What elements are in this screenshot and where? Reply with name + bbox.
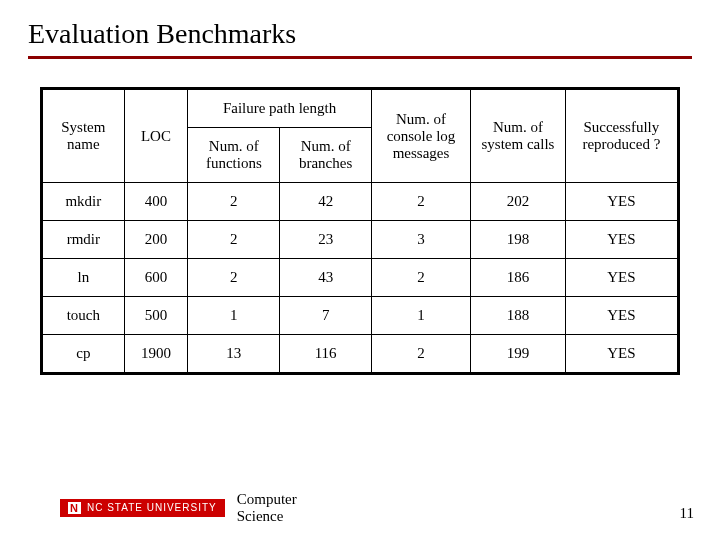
- page-title: Evaluation Benchmarks: [28, 18, 692, 50]
- title-rule: [28, 56, 692, 59]
- cell-repro: YES: [565, 221, 678, 259]
- benchmarks-table: System name LOC Failure path length Num.…: [40, 87, 680, 375]
- col-num-console: Num. of console log messages: [371, 89, 470, 183]
- cell-name: touch: [42, 297, 125, 335]
- footer: N NC STATE UNIVERSITY Computer Science: [60, 491, 297, 524]
- cell-repro: YES: [565, 183, 678, 221]
- cell-name: rmdir: [42, 221, 125, 259]
- cell-nfunc: 2: [188, 183, 280, 221]
- page-number: 11: [680, 505, 694, 522]
- cell-nsyscall: 202: [471, 183, 566, 221]
- cell-nfunc: 1: [188, 297, 280, 335]
- cell-nsyscall: 199: [471, 335, 566, 374]
- cell-nsyscall: 186: [471, 259, 566, 297]
- cell-nconsole: 2: [371, 183, 470, 221]
- ncstate-logo-text: NC STATE UNIVERSITY: [87, 502, 217, 513]
- table-row: mkdir4002422202YES: [42, 183, 679, 221]
- cell-name: ln: [42, 259, 125, 297]
- col-loc: LOC: [124, 89, 188, 183]
- cell-nbranch: 23: [280, 221, 371, 259]
- cell-loc: 200: [124, 221, 188, 259]
- cell-nbranch: 7: [280, 297, 371, 335]
- cell-nfunc: 2: [188, 259, 280, 297]
- department-line1: Computer: [237, 491, 297, 508]
- department-label: Computer Science: [237, 491, 297, 524]
- cell-loc: 600: [124, 259, 188, 297]
- cell-name: cp: [42, 335, 125, 374]
- cell-nbranch: 116: [280, 335, 371, 374]
- cell-repro: YES: [565, 335, 678, 374]
- table-row: cp1900131162199YES: [42, 335, 679, 374]
- cell-nconsole: 3: [371, 221, 470, 259]
- ncstate-logo: N NC STATE UNIVERSITY: [60, 499, 225, 517]
- cell-nsyscall: 188: [471, 297, 566, 335]
- cell-loc: 400: [124, 183, 188, 221]
- table-row: rmdir2002233198YES: [42, 221, 679, 259]
- table-row: touch500171188YES: [42, 297, 679, 335]
- cell-nfunc: 2: [188, 221, 280, 259]
- cell-repro: YES: [565, 259, 678, 297]
- cell-nbranch: 42: [280, 183, 371, 221]
- cell-loc: 1900: [124, 335, 188, 374]
- cell-nconsole: 2: [371, 259, 470, 297]
- cell-nconsole: 2: [371, 335, 470, 374]
- col-reproduced: Successfully reproduced ?: [565, 89, 678, 183]
- cell-nsyscall: 198: [471, 221, 566, 259]
- ncstate-logo-mark: N: [68, 502, 81, 514]
- col-failure-path-length: Failure path length: [188, 89, 372, 128]
- cell-name: mkdir: [42, 183, 125, 221]
- cell-repro: YES: [565, 297, 678, 335]
- col-num-functions: Num. of functions: [188, 128, 280, 183]
- cell-nbranch: 43: [280, 259, 371, 297]
- cell-nconsole: 1: [371, 297, 470, 335]
- col-num-syscalls: Num. of system calls: [471, 89, 566, 183]
- cell-loc: 500: [124, 297, 188, 335]
- department-line2: Science: [237, 508, 297, 525]
- col-system-name: System name: [42, 89, 125, 183]
- cell-nfunc: 13: [188, 335, 280, 374]
- table-row: ln6002432186YES: [42, 259, 679, 297]
- col-num-branches: Num. of branches: [280, 128, 371, 183]
